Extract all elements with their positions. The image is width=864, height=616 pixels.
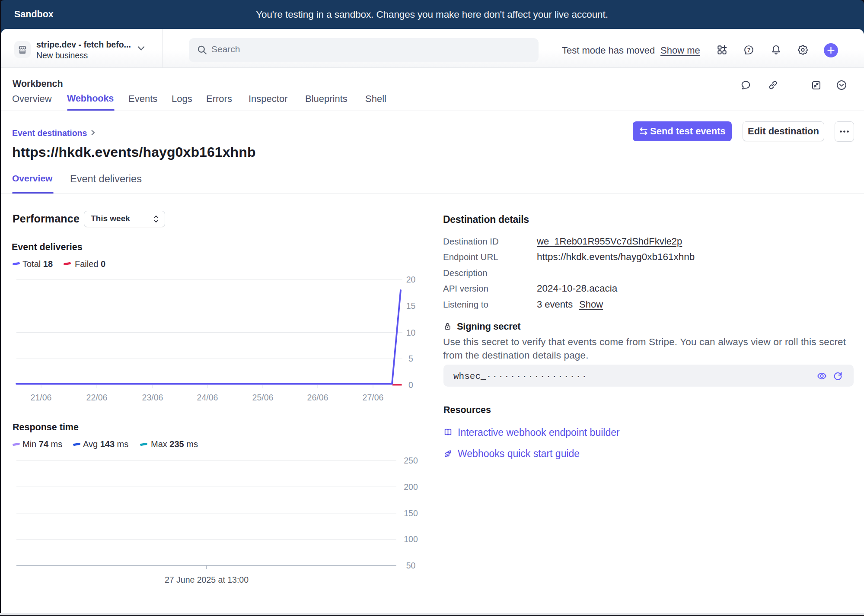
svg-text:?: ? — [747, 47, 751, 53]
